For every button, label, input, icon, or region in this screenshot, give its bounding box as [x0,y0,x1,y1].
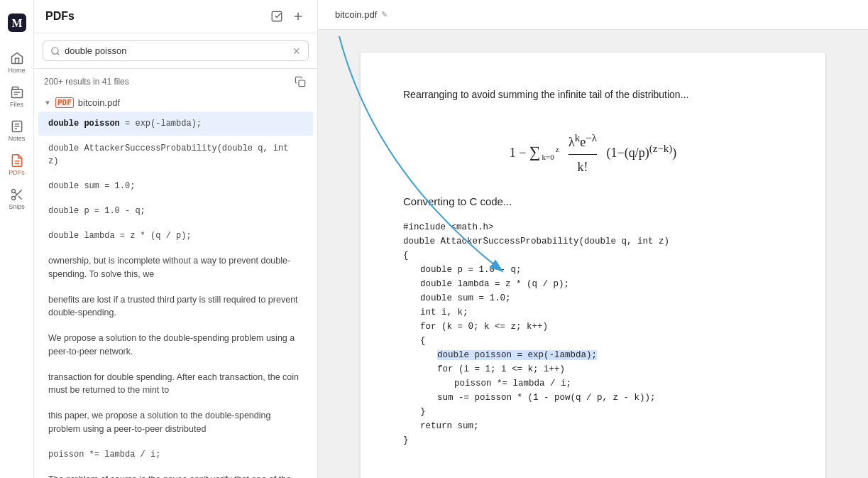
svg-line-15 [18,196,22,200]
left-panel: PDFs ✕ 20 [34,0,318,478]
sidebar-item-notes[interactable]: Notes [0,114,34,148]
result-text: = exp(-lambda); [120,119,202,129]
code-line: { [403,334,783,348]
pdf-viewer: bitcoin.pdf ✎ Rearranging to avoid summi… [318,0,868,478]
result-text: poisson *= lambda / i; [48,450,160,460]
result-text: transaction for double spending. After e… [48,372,299,396]
list-item[interactable]: double sum = 1.0; [38,174,313,198]
result-text: this paper, we propose a solution to the… [48,411,270,434]
result-text: double lambda = z * (q / p); [48,231,192,241]
result-text: double AttackerSuccessProbability(double… [48,143,288,166]
code-line: { [403,249,783,263]
result-text: The problem of course is the payee can't… [48,474,291,479]
pdf-page: Rearranging to avoid summing the infinit… [361,53,825,478]
sidebar-item-home[interactable]: Home [0,45,34,80]
svg-rect-17 [272,11,282,21]
highlighted-code: double poisson = exp(-lambda); [437,350,597,360]
pdf-tab-filename: bitcoin.pdf [335,9,377,20]
list-item[interactable]: The problem of course is the payee can't… [38,467,313,479]
sidebar-home-label: Home [8,67,25,74]
code-line: #include <math.h> [403,220,783,234]
list-item[interactable]: benefits are lost if a trusted third par… [38,288,313,326]
file-tree-item[interactable]: ▼ PDF bitcoin.pdf [34,94,317,111]
panel-title: PDFs [45,10,75,23]
math-formula: 1 − ∑k=0z λke−λ k! (1−(q/p)(z−k)) [403,115,783,192]
list-item[interactable]: transaction for double spending. After e… [38,365,313,403]
sidebar-item-snips[interactable]: Snips [0,182,34,216]
list-item[interactable]: poisson *= lambda / i; [38,442,313,467]
list-item[interactable]: ownership, but is incomplete without a w… [38,249,313,287]
code-line: sum -= poisson * (1 - pow(q / p, z - k))… [403,391,783,405]
copy-icon-button[interactable] [293,75,307,89]
header-actions [269,9,306,24]
checkbox-icon-button[interactable] [269,9,285,24]
code-line: } [403,405,783,419]
pdf-file-icon: PDF [55,97,74,108]
result-text: benefits are lost if a trusted third par… [48,295,298,318]
edit-icon: ✎ [381,10,388,19]
sidebar-item-pdfs[interactable]: PDFs [0,148,34,182]
code-line: for (k = 0; k <= z; k++) [403,320,783,334]
svg-text:M: M [11,17,22,29]
search-box: ✕ [43,40,309,61]
svg-point-12 [11,190,15,193]
result-text: We propose a solution to the double-spen… [48,333,295,357]
results-list: double poisson = exp(-lambda); double At… [34,111,317,478]
svg-line-16 [14,192,16,195]
list-item[interactable]: double p = 1.0 - q; [38,199,313,223]
convert-heading: Converting to C code... [403,192,783,211]
code-line: double sum = 1.0; [403,291,783,305]
sidebar-notes-label: Notes [9,135,26,142]
list-item[interactable]: this paper, we propose a solution to the… [38,403,313,442]
svg-rect-3 [11,89,22,98]
sidebar-item-files[interactable]: Files [0,80,34,114]
list-item[interactable]: We propose a solution to the double-spen… [38,326,313,364]
svg-point-13 [11,197,15,200]
svg-line-21 [57,53,60,55]
code-line: double p = 1.0 - q; [403,263,783,277]
result-text: double sum = 1.0; [48,181,135,191]
code-line: poisson *= lambda / i; [403,376,783,391]
file-name: bitcoin.pdf [78,97,120,108]
intro-text: Rearranging to avoid summing the infinit… [403,87,783,104]
search-container: ✕ [34,33,317,69]
code-block: #include <math.h> double AttackerSuccess… [403,220,783,447]
search-icon [50,46,60,56]
code-line: double AttackerSuccessProbability(double… [403,234,783,249]
code-line: return sum; [403,419,783,433]
pdf-tab-bar: bitcoin.pdf ✎ [318,0,868,30]
results-count: 200+ results in 41 files [44,77,129,87]
list-item[interactable]: double poisson = exp(-lambda); [38,112,313,136]
result-text: double p = 1.0 - q; [48,206,145,216]
code-line: int i, k; [403,305,783,320]
panel-header: PDFs [34,0,317,33]
svg-rect-22 [299,80,305,87]
pdf-content-area[interactable]: Rearranging to avoid summing the infinit… [318,30,868,478]
app-logo: M [0,6,34,40]
result-text: ownership, but is incomplete without a w… [48,256,290,279]
list-item[interactable]: double AttackerSuccessProbability(double… [38,136,313,173]
highlight-text: double poisson [48,119,120,129]
code-line-highlighted: double poisson = exp(-lambda); [403,348,783,362]
search-clear-button[interactable]: ✕ [292,46,301,56]
pdf-tab[interactable]: bitcoin.pdf ✎ [329,6,393,23]
sidebar-files-label: Files [10,101,23,108]
search-input[interactable] [65,45,288,56]
code-line: double lambda = z * (q / p); [403,277,783,291]
add-button[interactable] [290,9,306,24]
sidebar-snips-label: Snips [9,203,25,210]
results-meta: 200+ results in 41 files [34,69,317,94]
chevron-down-icon: ▼ [44,99,51,107]
list-item[interactable]: double lambda = z * (q / p); [38,224,313,248]
code-line: } [403,433,783,447]
svg-point-20 [52,47,58,53]
code-line: for (i = 1; i <= k; i++) [403,362,783,376]
sidebar-pdfs-label: PDFs [9,169,25,176]
sidebar: M Home Files Notes [0,0,34,478]
